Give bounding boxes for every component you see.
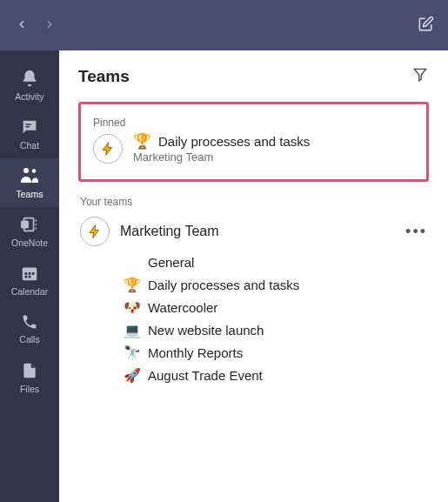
rail-onenote[interactable]: OneNote — [0, 207, 59, 256]
pinned-channel-name: Daily processes and tasks — [158, 134, 310, 149]
rail-teams[interactable]: Teams — [0, 158, 59, 207]
channel-name: Monthly Reports — [148, 345, 243, 360]
svg-point-3 — [32, 169, 37, 173]
rail-label: Files — [20, 384, 39, 394]
rail-label: Chat — [20, 140, 39, 151]
channel-name: General — [148, 255, 194, 270]
telescope-icon: 🔭 — [124, 346, 141, 360]
rail-calls[interactable]: Calls — [0, 305, 59, 353]
channel-name: Watercooler — [148, 300, 217, 315]
teams-panel: Teams Pinned 🏆 Daily processes and tasks… — [59, 50, 448, 502]
rail-activity[interactable]: Activity — [0, 61, 59, 110]
rail-files[interactable]: Files — [0, 353, 59, 402]
rocket-icon: 🚀 — [124, 369, 141, 383]
back-button[interactable] — [16, 18, 28, 33]
svg-rect-12 — [29, 272, 31, 275]
channel-name: New website launch — [148, 323, 264, 338]
rail-label: Activity — [15, 91, 43, 102]
team-avatar-lightning-icon — [93, 134, 123, 164]
rail-chat[interactable]: Chat — [0, 110, 59, 158]
pinned-section-label: Pinned — [93, 117, 414, 129]
channel-item[interactable]: 🏆 Daily processes and tasks — [124, 278, 429, 292]
pinned-channel-item[interactable]: 🏆 Daily processes and tasks Marketing Te… — [93, 134, 414, 164]
filter-button[interactable] — [411, 66, 429, 86]
chat-icon — [20, 117, 39, 137]
calendar-icon — [20, 264, 39, 283]
team-avatar-lightning-icon — [80, 217, 110, 246]
channel-item[interactable]: 💻 New website launch — [124, 323, 429, 338]
channel-list: General 🏆 Daily processes and tasks 🐶 Wa… — [124, 255, 429, 383]
svg-rect-13 — [32, 272, 35, 275]
channel-item[interactable]: 🐶 Watercooler — [124, 300, 429, 315]
app-rail: Activity Chat Teams OneNote — [0, 50, 59, 502]
compose-button[interactable] — [417, 16, 434, 36]
svg-rect-5 — [22, 221, 28, 227]
channel-item[interactable]: General — [124, 255, 429, 270]
laptop-icon: 💻 — [124, 324, 141, 338]
rail-label: OneNote — [11, 238, 48, 248]
onenote-icon — [20, 215, 39, 234]
channel-name: Daily processes and tasks — [148, 278, 299, 292]
dog-icon: 🐶 — [124, 301, 141, 315]
trophy-icon: 🏆 — [124, 278, 141, 292]
svg-rect-1 — [25, 126, 30, 127]
channel-item[interactable]: 🚀 August Trade Event — [124, 368, 429, 383]
forward-button[interactable] — [43, 18, 56, 33]
svg-rect-15 — [29, 276, 31, 278]
team-more-button[interactable]: ••• — [404, 223, 429, 241]
pinned-section-highlight: Pinned 🏆 Daily processes and tasks Marke… — [78, 102, 429, 182]
rail-label: Calendar — [11, 286, 49, 297]
teams-icon — [19, 166, 40, 185]
team-name: Marketing Team — [120, 224, 393, 239]
rail-label: Teams — [17, 189, 43, 199]
bell-icon — [20, 69, 39, 88]
phone-icon — [21, 313, 38, 331]
rail-label: Calls — [19, 334, 39, 345]
channel-item[interactable]: 🔭 Monthly Reports — [124, 345, 429, 360]
svg-rect-0 — [25, 124, 30, 124]
page-title: Teams — [78, 67, 411, 86]
file-icon — [21, 361, 38, 380]
svg-rect-14 — [25, 276, 28, 278]
your-teams-section-label: Your teams — [80, 196, 429, 208]
pinned-channel-team: Marketing Team — [133, 151, 310, 164]
trophy-icon: 🏆 — [133, 134, 151, 149]
svg-rect-11 — [25, 272, 28, 275]
svg-point-2 — [23, 168, 29, 173]
rail-calendar[interactable]: Calendar — [0, 256, 59, 305]
titlebar — [0, 0, 448, 50]
channel-name: August Trade Event — [148, 368, 263, 383]
team-header[interactable]: Marketing Team ••• — [80, 217, 429, 246]
